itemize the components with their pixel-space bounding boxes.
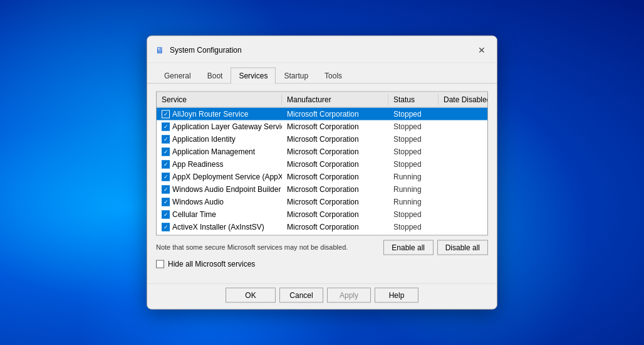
service-status-cell: Stopped bbox=[388, 222, 439, 232]
service-status-cell: Stopped bbox=[388, 210, 439, 220]
title-bar-left: 🖥 System Configuration bbox=[155, 45, 242, 55]
table-row[interactable]: ActiveX Installer (AxInstSV) Microsoft C… bbox=[157, 221, 487, 233]
table-row[interactable]: AllJoyn Router Service Microsoft Corpora… bbox=[157, 108, 487, 120]
tab-general[interactable]: General bbox=[156, 68, 199, 84]
close-button[interactable]: ✕ bbox=[474, 43, 489, 58]
service-name-cell: Application Identity bbox=[157, 134, 282, 144]
enable-disable-buttons: Enable all Disable all bbox=[383, 240, 488, 255]
help-button[interactable]: Help bbox=[375, 288, 418, 303]
tab-boot[interactable]: Boot bbox=[199, 68, 231, 84]
service-manufacturer-cell: Microsoft Corporation bbox=[282, 197, 388, 207]
table-row[interactable]: AppX Deployment Service (AppX… Microsoft… bbox=[157, 171, 487, 183]
service-status-cell: Running bbox=[388, 172, 439, 182]
service-manufacturer-cell: Microsoft Corporation bbox=[282, 184, 388, 194]
services-table-container: Service Manufacturer Status Date Disable… bbox=[156, 92, 488, 236]
title-bar: 🖥 System Configuration ✕ bbox=[147, 36, 497, 63]
service-name-cell: Cellular Time bbox=[157, 210, 282, 220]
service-checkbox[interactable] bbox=[162, 135, 170, 143]
service-date-cell bbox=[439, 189, 487, 190]
table-row[interactable]: Windows Audio Endpoint Builder Microsoft… bbox=[157, 183, 487, 196]
service-status-cell: Stopped bbox=[388, 122, 439, 132]
col-service: Service bbox=[157, 94, 282, 105]
service-date-cell bbox=[439, 164, 487, 165]
service-status-cell: Running bbox=[388, 184, 439, 194]
service-checkbox[interactable] bbox=[162, 122, 170, 130]
service-date-cell bbox=[439, 114, 487, 115]
service-manufacturer-cell: Microsoft Corporation bbox=[282, 134, 388, 144]
services-list[interactable]: AllJoyn Router Service Microsoft Corpora… bbox=[157, 108, 487, 233]
service-date-cell bbox=[439, 176, 487, 178]
service-status-cell: Stopped bbox=[388, 159, 439, 169]
col-manufacturer: Manufacturer bbox=[282, 94, 388, 105]
service-manufacturer-cell: Microsoft Corporation bbox=[282, 172, 388, 182]
service-status-cell: Running bbox=[388, 197, 439, 207]
cancel-button[interactable]: Cancel bbox=[279, 288, 323, 303]
dialog-title: System Configuration bbox=[170, 46, 242, 55]
service-name-cell: App Readiness bbox=[157, 159, 282, 169]
tab-startup[interactable]: Startup bbox=[276, 68, 316, 84]
service-name-cell: Windows Audio bbox=[157, 197, 282, 207]
service-status-cell: Stopped bbox=[388, 109, 439, 119]
disable-all-button[interactable]: Disable all bbox=[437, 240, 488, 255]
service-manufacturer-cell: Microsoft Corporation bbox=[282, 109, 388, 119]
col-status: Status bbox=[388, 94, 439, 105]
table-row[interactable]: Application Identity Microsoft Corporati… bbox=[157, 133, 487, 146]
ok-button[interactable]: OK bbox=[226, 288, 276, 303]
table-row[interactable]: Cellular Time Microsoft Corporation Stop… bbox=[157, 208, 487, 221]
note-text: Note that some secure Microsoft services… bbox=[156, 243, 348, 251]
service-checkbox[interactable] bbox=[162, 110, 170, 118]
service-checkbox[interactable] bbox=[162, 223, 170, 231]
service-name-cell: ActiveX Installer (AxInstSV) bbox=[157, 222, 282, 232]
service-date-cell bbox=[439, 214, 487, 215]
service-checkbox[interactable] bbox=[162, 172, 170, 181]
service-checkbox[interactable] bbox=[162, 185, 170, 193]
service-manufacturer-cell: Microsoft Corporation bbox=[282, 222, 388, 232]
hide-services-label: Hide all Microsoft services bbox=[168, 260, 255, 268]
service-date-cell bbox=[439, 151, 487, 152]
table-row[interactable]: App Readiness Microsoft Corporation Stop… bbox=[157, 158, 487, 171]
hide-services-checkbox[interactable] bbox=[156, 260, 164, 268]
table-row[interactable]: Application Management Microsoft Corpora… bbox=[157, 146, 487, 158]
tab-services[interactable]: Services bbox=[231, 68, 276, 84]
enable-all-button[interactable]: Enable all bbox=[383, 240, 434, 255]
apply-button[interactable]: Apply bbox=[327, 288, 371, 303]
hide-services-row: Hide all Microsoft services bbox=[156, 260, 488, 268]
service-name-cell: Windows Audio Endpoint Builder bbox=[157, 184, 282, 194]
system-configuration-dialog: 🖥 System Configuration ✕ General Boot Se… bbox=[147, 36, 497, 310]
dialog-icon: 🖥 bbox=[155, 45, 165, 55]
service-name-cell: AllJoyn Router Service bbox=[157, 109, 282, 119]
service-name-cell: Application Management bbox=[157, 147, 282, 157]
service-date-cell bbox=[439, 226, 487, 228]
service-checkbox[interactable] bbox=[162, 147, 170, 156]
service-manufacturer-cell: Microsoft Corporation bbox=[282, 159, 388, 169]
service-date-cell bbox=[439, 139, 487, 140]
table-header: Service Manufacturer Status Date Disable… bbox=[157, 92, 487, 108]
service-name-cell: Application Layer Gateway Service bbox=[157, 122, 282, 132]
service-status-cell: Stopped bbox=[388, 134, 439, 144]
tab-bar: General Boot Services Startup Tools bbox=[147, 63, 497, 84]
action-buttons-bar: OK Cancel Apply Help bbox=[147, 284, 497, 309]
service-checkbox[interactable] bbox=[162, 198, 170, 206]
service-status-cell: Stopped bbox=[388, 147, 439, 157]
service-date-cell bbox=[439, 126, 487, 127]
service-checkbox[interactable] bbox=[162, 160, 170, 168]
service-manufacturer-cell: Microsoft Corporation bbox=[282, 210, 388, 220]
service-manufacturer-cell: Microsoft Corporation bbox=[282, 147, 388, 157]
service-date-cell bbox=[439, 201, 487, 203]
table-row[interactable]: Windows Audio Microsoft Corporation Runn… bbox=[157, 196, 487, 208]
table-row[interactable]: Application Layer Gateway Service Micros… bbox=[157, 120, 487, 133]
service-checkbox[interactable] bbox=[162, 210, 170, 218]
service-manufacturer-cell: Microsoft Corporation bbox=[282, 122, 388, 132]
service-name-cell: AppX Deployment Service (AppX… bbox=[157, 172, 282, 182]
dialog-content: Service Manufacturer Status Date Disable… bbox=[147, 84, 497, 284]
col-date-disabled: Date Disabled bbox=[439, 94, 488, 105]
tab-tools[interactable]: Tools bbox=[316, 68, 350, 84]
